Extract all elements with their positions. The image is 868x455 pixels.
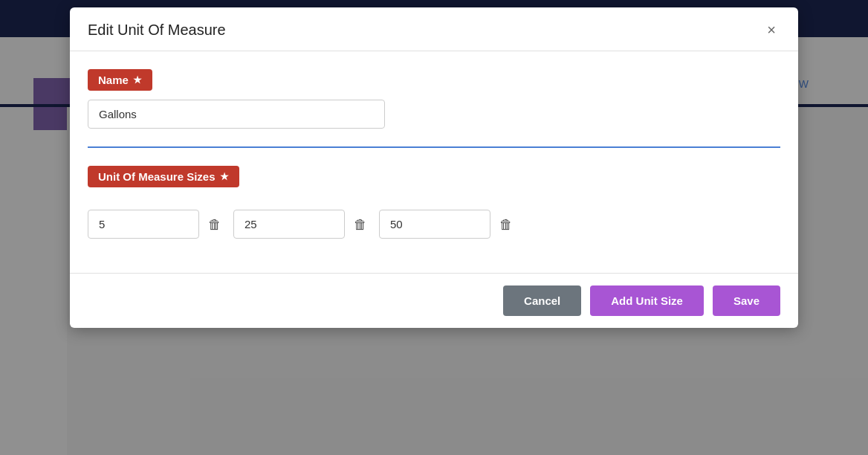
delete-size-1-button[interactable]: 🗑 [205,215,224,234]
size-input-3[interactable] [379,210,490,239]
modal-body: Name ★ Unit Of Measure Sizes ★ 🗑 [70,51,798,251]
size-input-group-1: 🗑 [88,210,224,239]
name-input[interactable] [88,100,385,129]
add-unit-size-button[interactable]: Add Unit Size [590,285,704,316]
size-input-2[interactable] [233,210,345,239]
name-label-badge: Name ★ [88,69,152,91]
modal-footer: Cancel Add Unit Size Save [70,273,798,328]
modal-overlay: Edit Unit Of Measure × Name ★ Unit Of Me… [0,0,868,455]
modal-header: Edit Unit Of Measure × [70,7,798,51]
size-input-1[interactable] [88,210,199,239]
modal-title: Edit Unit Of Measure [88,22,226,39]
name-required-star: ★ [133,74,142,85]
section-divider [88,146,780,148]
modal-dialog: Edit Unit Of Measure × Name ★ Unit Of Me… [70,7,798,328]
delete-size-3-button[interactable]: 🗑 [496,215,516,234]
sizes-required-star: ★ [220,171,229,182]
size-input-group-2: 🗑 [233,210,370,239]
name-label-text: Name [98,74,129,86]
sizes-label-text: Unit Of Measure Sizes [98,170,216,183]
cancel-button[interactable]: Cancel [503,285,581,316]
save-button[interactable]: Save [713,285,780,316]
close-button[interactable]: × [762,21,780,39]
size-input-group-3: 🗑 [379,210,516,239]
name-section: Name ★ [88,69,780,129]
sizes-label-badge: Unit Of Measure Sizes ★ [88,166,239,187]
sizes-inputs-container: 🗑 🗑 🗑 [88,210,780,239]
delete-size-2-button[interactable]: 🗑 [351,215,370,234]
sizes-section: Unit Of Measure Sizes ★ 🗑 🗑 [88,166,780,239]
